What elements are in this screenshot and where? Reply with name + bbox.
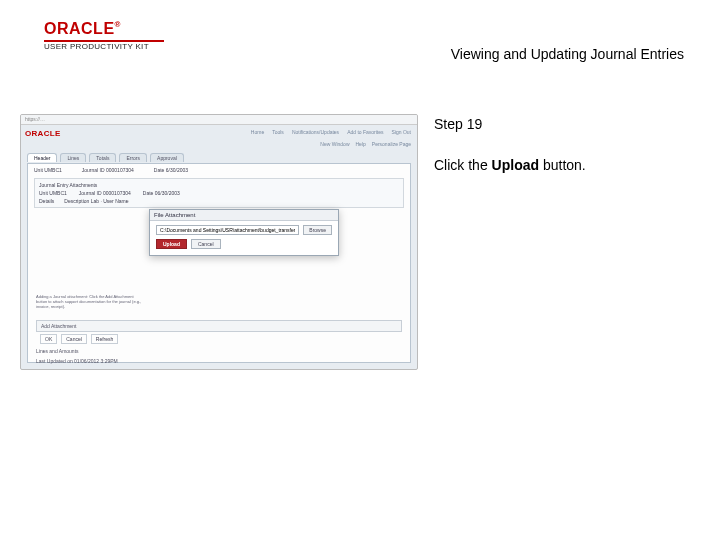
file-attachment-dialog: File Attachment Browse Upload Cancel <box>149 209 339 256</box>
right-col: Step 19 Click the Upload button. <box>434 114 700 520</box>
left-col: https://… ORACLE Home Tools Notification… <box>20 114 418 520</box>
top-nav-item[interactable]: Notifications/Updates <box>292 129 339 135</box>
dialog-title: File Attachment <box>150 210 338 221</box>
oracle-logo: ORACLE® <box>44 20 164 38</box>
instruction: Click the Upload button. <box>434 156 700 176</box>
sub-journal: Journal ID 0000107304 <box>79 190 131 196</box>
aux-link[interactable]: New Window <box>320 141 349 147</box>
sub-date: Date 06/30/2003 <box>143 190 180 196</box>
body: https://… ORACLE Home Tools Notification… <box>20 114 700 520</box>
dialog-actions: Upload Cancel <box>156 239 332 249</box>
doc-title: Viewing and Updating Journal Entries <box>451 46 684 62</box>
upload-button[interactable]: Upload <box>156 239 187 249</box>
ok-button[interactable]: OK <box>40 334 57 344</box>
dialog-cancel-button[interactable]: Cancel <box>191 239 221 249</box>
brand-name: ORACLE <box>44 20 115 37</box>
app-top-nav: Home Tools Notifications/Updates Add to … <box>111 129 411 135</box>
attachment-section-header: Add Attachment <box>36 320 402 332</box>
file-path-input[interactable] <box>156 225 299 235</box>
main-panel: Unit UMBC1 Journal ID 0000107304 Date 6/… <box>27 163 411 363</box>
url-text: https://… <box>25 116 45 122</box>
unit-field: Unit UMBC1 <box>34 167 62 173</box>
aux-link[interactable]: Personalize Page <box>372 141 411 147</box>
instruction-bold: Upload <box>492 157 539 173</box>
screenshot-thumbnail: https://… ORACLE Home Tools Notification… <box>20 114 418 370</box>
header: ORACLE® USER PRODUCTIVITY KIT Viewing an… <box>0 20 720 51</box>
tab-totals[interactable]: Totals <box>89 153 116 162</box>
top-nav-item[interactable]: Add to Favorites <box>347 129 383 135</box>
dialog-body: Browse Upload Cancel <box>150 221 338 255</box>
sub-unit: Unit UMBC1 <box>39 190 67 196</box>
tab-header[interactable]: Header <box>27 153 57 162</box>
aux-links: New Window Help Personalize Page <box>320 141 411 147</box>
app-brand: ORACLE <box>25 129 61 138</box>
page: ORACLE® USER PRODUCTIVITY KIT Viewing an… <box>0 0 720 540</box>
brand-block: ORACLE® USER PRODUCTIVITY KIT <box>44 20 164 51</box>
top-nav-item[interactable]: Home <box>251 129 264 135</box>
header-fields: Unit UMBC1 Journal ID 0000107304 Date 6/… <box>28 164 410 176</box>
browser-address-bar: https://… <box>21 115 417 125</box>
subpanel-fields: Unit UMBC1 Journal ID 0000107304 Date 06… <box>39 190 399 196</box>
subpanel-title: Journal Entry Attachments <box>39 182 399 188</box>
tab-lines[interactable]: Lines <box>60 153 86 162</box>
top-nav-item[interactable]: Tools <box>272 129 284 135</box>
aux-link[interactable]: Help <box>356 141 366 147</box>
desc-pair: Description Lab · User Name <box>64 198 128 204</box>
date-field: Date 6/30/2003 <box>154 167 188 173</box>
tab-approval[interactable]: Approval <box>150 153 184 162</box>
brand-subline: USER PRODUCTIVITY KIT <box>44 42 164 51</box>
top-nav-item[interactable]: Sign Out <box>392 129 411 135</box>
tab-errors[interactable]: Errors <box>119 153 147 162</box>
attachment-help-text: Adding a Journal attachment: Click the A… <box>36 294 144 310</box>
instruction-prefix: Click the <box>434 157 492 173</box>
lines-amounts-label: Lines and Amounts <box>36 348 79 354</box>
subpanel-row2: Details Description Lab · User Name <box>39 198 399 204</box>
instruction-suffix: button. <box>539 157 586 173</box>
refresh-button[interactable]: Refresh <box>91 334 119 344</box>
browse-button[interactable]: Browse <box>303 225 332 235</box>
brand-trademark: ® <box>115 20 121 29</box>
journal-field: Journal ID 0000107304 <box>82 167 134 173</box>
attachment-row-actions: OK Cancel Refresh <box>36 332 402 346</box>
tabs: Header Lines Totals Errors Approval <box>27 153 411 162</box>
attachments-subpanel: Journal Entry Attachments Unit UMBC1 Jou… <box>34 178 404 208</box>
file-row: Browse <box>156 225 332 235</box>
step-label: Step 19 <box>434 116 700 132</box>
last-updated: Last Updated on 01/06/2012 3:29PM <box>36 358 118 364</box>
details-label: Details <box>39 198 54 204</box>
cancel-button[interactable]: Cancel <box>61 334 87 344</box>
